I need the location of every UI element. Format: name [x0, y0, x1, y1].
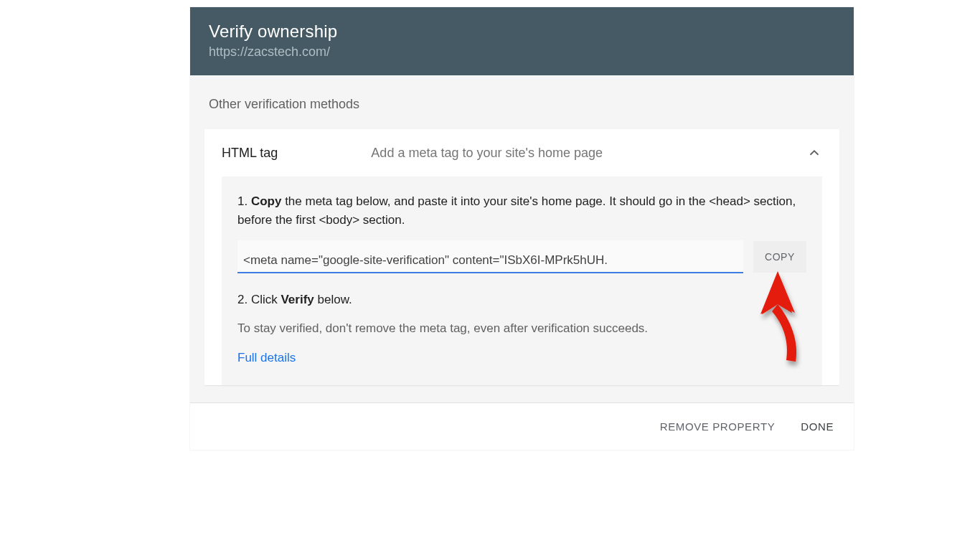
- dialog-body: Other verification methods HTML tag Add …: [190, 75, 854, 385]
- other-methods-label: Other verification methods: [209, 97, 839, 112]
- meta-tag-row: <meta name="google-site-verification" co…: [237, 240, 806, 273]
- html-tag-accordion-header[interactable]: HTML tag Add a meta tag to your site's h…: [204, 129, 839, 176]
- done-button[interactable]: DONE: [799, 416, 835, 437]
- step-2-instruction: 2. Click Verify below.: [237, 291, 806, 309]
- dialog-footer: REMOVE PROPERTY DONE: [190, 402, 854, 450]
- verify-ownership-dialog: Verify ownership https://zacstech.com/ O…: [190, 7, 854, 450]
- stay-verified-note: To stay verified, don't remove the meta …: [237, 319, 806, 338]
- full-details-link[interactable]: Full details: [237, 351, 296, 364]
- dialog-header: Verify ownership https://zacstech.com/: [190, 7, 854, 75]
- html-tag-panel: 1. Copy the meta tag below, and paste it…: [222, 176, 822, 385]
- meta-tag-field[interactable]: <meta name="google-site-verification" co…: [237, 240, 743, 273]
- step-1-instruction: 1. Copy the meta tag below, and paste it…: [237, 192, 806, 230]
- verification-method-card: HTML tag Add a meta tag to your site's h…: [204, 129, 839, 385]
- dialog-title: Verify ownership: [209, 22, 835, 42]
- method-name: HTML tag: [222, 146, 278, 161]
- method-description: Add a meta tag to your site's home page: [371, 146, 806, 161]
- chevron-up-icon: [806, 145, 822, 161]
- copy-button[interactable]: COPY: [753, 241, 806, 273]
- remove-property-button[interactable]: REMOVE PROPERTY: [659, 416, 776, 437]
- dialog-site-url: https://zacstech.com/: [209, 44, 835, 60]
